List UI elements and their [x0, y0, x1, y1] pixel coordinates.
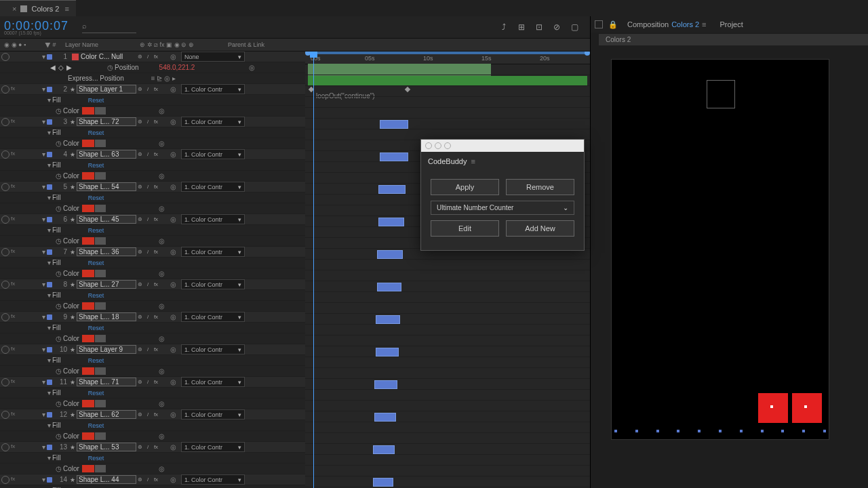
- twirl-icon[interactable]: ▾: [47, 161, 51, 169]
- layer-name[interactable]: Color C... Null: [81, 53, 136, 60]
- pickwhip-icon[interactable]: ◎: [170, 150, 178, 159]
- twirl-icon[interactable]: ▾: [42, 248, 45, 256]
- panel-menu-icon[interactable]: ≡: [471, 157, 475, 165]
- fill-group[interactable]: Fill: [52, 291, 61, 299]
- layer-name[interactable]: Shape Layer 1: [77, 85, 136, 94]
- layer-duration-bar[interactable]: [376, 348, 399, 357]
- label-color[interactable]: [47, 314, 52, 320]
- color-property[interactable]: Color: [63, 107, 79, 115]
- reset-link[interactable]: Reset: [88, 325, 104, 331]
- eyedropper-icon[interactable]: [95, 270, 106, 277]
- twirl-icon[interactable]: ▾: [42, 346, 45, 353]
- twirl-icon[interactable]: ▾: [42, 118, 45, 125]
- bounding-box[interactable]: [707, 80, 735, 108]
- layer-duration-bar[interactable]: [377, 283, 401, 291]
- traffic-light[interactable]: [425, 142, 432, 149]
- twirl-icon[interactable]: ▾: [42, 183, 45, 190]
- add-keyframe-icon[interactable]: ◇: [58, 64, 64, 71]
- snapshot-icon[interactable]: 🔒: [608, 20, 618, 29]
- visibility-toggle[interactable]: [1, 378, 9, 386]
- visibility-toggle[interactable]: [1, 476, 9, 484]
- reset-link[interactable]: Reset: [88, 227, 104, 234]
- fill-group[interactable]: Fill: [52, 357, 61, 364]
- label-color[interactable]: [47, 412, 52, 418]
- fill-group[interactable]: Fill: [52, 422, 61, 429]
- layer-name[interactable]: Shape Layer 9: [77, 345, 136, 354]
- parent-dropdown[interactable]: 1. Color Contr▾: [181, 214, 245, 224]
- label-color[interactable]: [47, 87, 52, 92]
- pickwhip-icon[interactable]: ◎: [170, 476, 178, 484]
- parent-dropdown[interactable]: 1. Color Contr▾: [181, 247, 245, 257]
- color-swatch[interactable]: [82, 270, 94, 277]
- color-property[interactable]: Color: [63, 367, 79, 375]
- layer-name[interactable]: Shape L... 71: [77, 378, 136, 386]
- parent-dropdown[interactable]: 1. Color Contr▾: [181, 117, 245, 127]
- twirl-icon[interactable]: ▾: [47, 96, 51, 104]
- layer-duration-bar[interactable]: [373, 478, 393, 487]
- fill-group[interactable]: Fill: [52, 454, 61, 462]
- fill-group[interactable]: Fill: [52, 324, 61, 331]
- lock-icon[interactable]: [595, 20, 603, 28]
- label-color[interactable]: [47, 119, 52, 125]
- draft3d-icon[interactable]: ▢: [568, 20, 581, 34]
- panel-menu-icon[interactable]: ≡: [702, 20, 706, 28]
- twirl-icon[interactable]: ▾: [47, 129, 51, 136]
- reset-link[interactable]: Reset: [88, 195, 104, 201]
- edit-button[interactable]: Edit: [431, 220, 499, 237]
- pickwhip-icon[interactable]: ◎: [159, 237, 167, 245]
- pickwhip-icon[interactable]: ◎: [170, 118, 178, 126]
- preset-select[interactable]: Ultimate Number Counter ⌄: [431, 201, 574, 215]
- color-swatch[interactable]: [82, 302, 94, 310]
- popup-titlebar[interactable]: [421, 140, 584, 152]
- prev-keyframe-icon[interactable]: ◀: [50, 64, 56, 71]
- parent-dropdown[interactable]: 1. Color Contr▾: [181, 149, 245, 159]
- pickwhip-icon[interactable]: ◎: [159, 140, 167, 148]
- color-property[interactable]: Color: [63, 432, 79, 440]
- apply-button[interactable]: Apply: [431, 179, 499, 195]
- eyedropper-icon[interactable]: [95, 205, 106, 212]
- reset-link[interactable]: Reset: [88, 422, 104, 429]
- pickwhip-icon[interactable]: ◎: [159, 107, 167, 115]
- layer-name[interactable]: Shape L... 54: [77, 182, 136, 191]
- tab-project[interactable]: Project: [716, 20, 747, 28]
- fill-group[interactable]: Fill: [52, 161, 61, 169]
- pickwhip-icon[interactable]: ◎: [170, 378, 178, 386]
- playhead[interactable]: [313, 52, 314, 488]
- color-property[interactable]: Color: [63, 465, 79, 472]
- eyedropper-icon[interactable]: [95, 465, 106, 472]
- fill-group[interactable]: Fill: [52, 226, 61, 234]
- panel-menu-icon[interactable]: ≡: [64, 5, 68, 13]
- visibility-toggle[interactable]: [1, 216, 9, 224]
- visibility-toggle[interactable]: [1, 183, 9, 191]
- codebuddy-panel[interactable]: CodeBuddy ≡ Apply Remove Ultimate Number…: [420, 139, 585, 251]
- pickwhip-icon[interactable]: ◎: [159, 302, 167, 310]
- twirl-icon[interactable]: ▾: [42, 150, 45, 158]
- expression-label[interactable]: Express... Position: [68, 75, 124, 82]
- visibility-toggle[interactable]: [1, 346, 9, 354]
- parent-dropdown[interactable]: 1. Color Contr▾: [181, 377, 245, 387]
- reset-link[interactable]: Reset: [88, 97, 104, 104]
- layer-name[interactable]: Shape L... 53: [77, 443, 136, 451]
- label-color[interactable]: [47, 184, 52, 190]
- traffic-light[interactable]: [444, 142, 451, 149]
- visibility-toggle[interactable]: [1, 85, 9, 94]
- layer-name[interactable]: Shape L... 72: [77, 117, 136, 126]
- layer-search[interactable]: ⌕: [82, 22, 136, 33]
- pickwhip-icon[interactable]: ◎: [159, 465, 167, 473]
- layer-duration-bar[interactable]: [380, 120, 408, 129]
- twirl-icon[interactable]: ▾: [47, 259, 51, 266]
- fill-group[interactable]: Fill: [52, 129, 61, 136]
- twirl-icon[interactable]: ▾: [47, 226, 51, 234]
- color-swatch[interactable]: [82, 205, 94, 212]
- shy-toggle-icon[interactable]: ⤴: [497, 20, 511, 34]
- parent-dropdown[interactable]: 1. Color Contr▾: [181, 84, 245, 94]
- add-new-button[interactable]: Add New: [506, 220, 574, 237]
- color-property[interactable]: Color: [63, 400, 79, 407]
- flowchart-tab[interactable]: Colors 2: [599, 34, 868, 45]
- pickwhip-icon[interactable]: ◎: [170, 443, 178, 451]
- pickwhip-icon[interactable]: ◎: [159, 400, 167, 408]
- reset-link[interactable]: Reset: [88, 292, 104, 299]
- eyedropper-icon[interactable]: [95, 432, 106, 440]
- twirl-icon[interactable]: ▾: [42, 281, 45, 288]
- layer-duration-bar[interactable]: [378, 218, 404, 226]
